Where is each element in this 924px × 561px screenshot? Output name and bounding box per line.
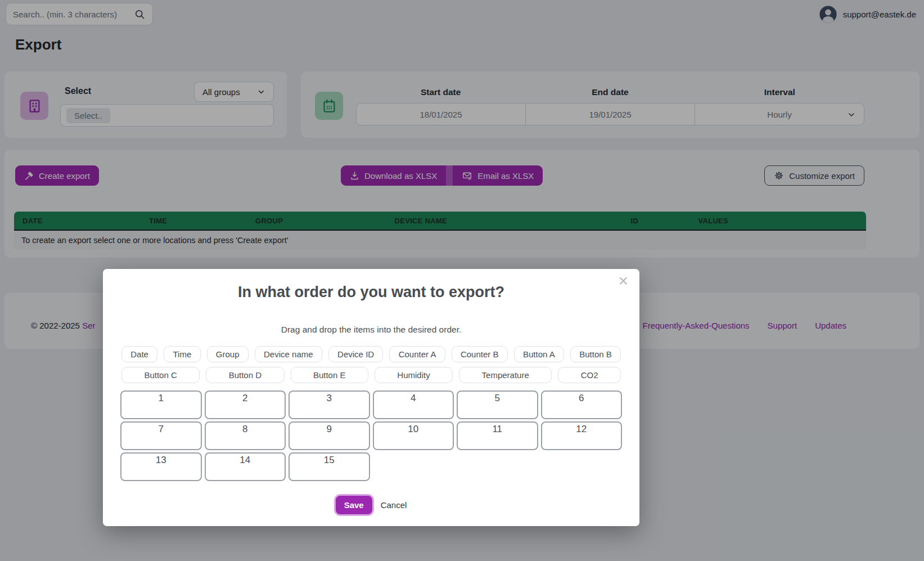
order-slot-3[interactable]: 3 [289, 391, 370, 419]
cancel-button[interactable]: Cancel [381, 500, 407, 510]
chip-button-d[interactable]: Button D [206, 367, 284, 383]
order-slot-13[interactable]: 13 [120, 452, 202, 481]
order-slot-8[interactable]: 8 [205, 421, 286, 450]
order-slot-4[interactable]: 4 [373, 391, 454, 419]
chip-group[interactable]: Group [207, 346, 249, 362]
modal-subtitle: Drag and drop the items into the desired… [103, 325, 639, 335]
chip-button-e[interactable]: Button E [291, 367, 368, 383]
order-slots-grid: 1 2 3 4 5 6 7 8 9 10 11 12 13 14 15 [120, 391, 622, 481]
order-slot-10[interactable]: 10 [373, 421, 454, 450]
modal-actions: Save Cancel [103, 496, 639, 514]
order-slot-7[interactable]: 7 [120, 421, 202, 450]
chip-counter-b[interactable]: Counter B [452, 346, 508, 362]
order-slot-15[interactable]: 15 [289, 452, 370, 481]
chip-device-id[interactable]: Device ID [328, 346, 384, 362]
order-slot-11[interactable]: 11 [457, 421, 538, 450]
order-slot-12[interactable]: 12 [541, 421, 623, 450]
order-slot-9[interactable]: 9 [289, 421, 370, 450]
chip-counter-a[interactable]: Counter A [389, 346, 445, 362]
modal-title: In what order do you want to export? [103, 284, 639, 301]
chip-humidity[interactable]: Humidity [375, 367, 453, 383]
order-slot-5[interactable]: 5 [457, 391, 538, 419]
draggable-chips-row-1: Date Time Group Device name Device ID Co… [121, 346, 621, 362]
draggable-chips-row-2: Button C Button D Button E Humidity Temp… [121, 367, 621, 383]
close-icon[interactable]: × [618, 272, 628, 289]
order-slot-1[interactable]: 1 [120, 391, 202, 419]
order-slot-2[interactable]: 2 [205, 391, 286, 419]
chip-button-a[interactable]: Button A [514, 346, 564, 362]
chip-button-b[interactable]: Button B [570, 346, 621, 362]
save-button[interactable]: Save [336, 496, 372, 514]
chip-temperature[interactable]: Temperature [459, 367, 552, 383]
chip-co2[interactable]: CO2 [558, 367, 621, 383]
chip-date[interactable]: Date [121, 346, 157, 362]
export-order-modal: × In what order do you want to export? D… [103, 269, 639, 526]
order-slot-6[interactable]: 6 [541, 391, 623, 419]
chip-time[interactable]: Time [164, 346, 200, 362]
order-slot-14[interactable]: 14 [205, 452, 286, 481]
chip-device-name[interactable]: Device name [255, 346, 322, 362]
chip-button-c[interactable]: Button C [121, 367, 200, 383]
